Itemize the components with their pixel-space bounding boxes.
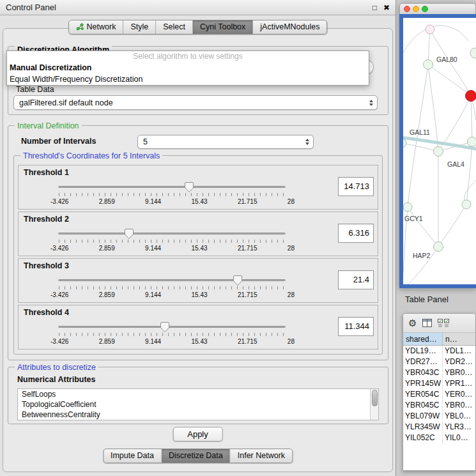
numerical-attributes-label: Numerical Attributes: [17, 375, 95, 384]
cell-shared-name: YIL052C: [403, 433, 443, 444]
cell-name: YBR0…: [443, 401, 475, 411]
network-node[interactable]: [466, 91, 476, 102]
slider-track[interactable]: [58, 186, 286, 188]
network-edge[interactable]: [428, 65, 438, 151]
cell-name: YPR1…: [443, 379, 475, 390]
zoom-traffic-light-icon[interactable]: [422, 6, 428, 12]
network-node[interactable]: [470, 48, 476, 58]
bottom-tab-bar: Impute DataDiscretize DataInfer Network: [103, 449, 293, 463]
tab-cyni-toolbox[interactable]: Cyni Toolbox: [192, 20, 252, 34]
attributes-scrollbar[interactable]: [370, 389, 378, 420]
tab-select[interactable]: Select: [155, 20, 192, 34]
slider-track[interactable]: [58, 279, 286, 281]
threshold-value-field[interactable]: 21.4: [338, 270, 374, 289]
network-edge[interactable]: [408, 207, 438, 247]
network-edge[interactable]: [428, 29, 430, 65]
table-row[interactable]: YPR145WYPR1…: [403, 379, 475, 390]
tab-label: Infer Network: [238, 451, 285, 460]
float-window-icon[interactable]: □: [372, 3, 377, 12]
network-edge[interactable]: [471, 96, 472, 142]
columns-icon[interactable]: [422, 319, 432, 327]
table-row[interactable]: YER054CYER0…: [403, 390, 475, 401]
top-tab-bar: NetworkStyleSelectCyni ToolboxjActiveMNo…: [68, 20, 328, 35]
network-node-gal80[interactable]: [424, 60, 433, 70]
network-node-hap2[interactable]: [434, 242, 443, 252]
slider-ticks: [59, 193, 286, 196]
control-panel-window: Control Panel □ ✖ NetworkStyleSelectCyni…: [0, 0, 396, 476]
algorithm-option-equal-width-frequency-discretization[interactable]: Equal Width/Frequency Discretization: [7, 73, 369, 85]
attribute-item-selfloops[interactable]: SelfLoops: [18, 389, 378, 399]
slider-thumb[interactable]: [124, 228, 134, 240]
cell-name: YBR0…: [443, 368, 475, 379]
column-header-name[interactable]: n…: [443, 333, 475, 345]
network-edge[interactable]: [466, 142, 472, 204]
attribute-item-topologicalcoefficient[interactable]: TopologicalCoefficient: [18, 399, 378, 410]
network-node-gal11[interactable]: [403, 139, 406, 148]
table-row[interactable]: YBR045CYBR0…: [403, 401, 475, 411]
threshold-value-field[interactable]: 14.713: [338, 177, 374, 196]
slider-track[interactable]: [58, 326, 286, 328]
network-edge[interactable]: [403, 143, 438, 151]
network-canvas[interactable]: GAL80GAL11GAL4GCY1HAP2: [403, 18, 476, 284]
number-of-intervals-label: Number of Intervals: [21, 137, 96, 146]
network-node[interactable]: [462, 200, 471, 209]
slider-thumb[interactable]: [233, 275, 243, 286]
network-graph: GAL80GAL11GAL4GCY1HAP2: [403, 18, 476, 284]
cell-name: YBL0…: [443, 411, 475, 422]
tab-jactivemnodules[interactable]: jActiveMNodules: [252, 20, 326, 34]
axis-tick-label: -3.426: [50, 245, 68, 252]
close-traffic-light-icon[interactable]: [404, 6, 410, 12]
cell-shared-name: YDL19…: [403, 346, 443, 357]
window-buttons: □ ✖: [372, 3, 390, 12]
network-node-gcy1[interactable]: [403, 203, 412, 211]
minimize-traffic-light-icon[interactable]: [413, 6, 419, 12]
cell-shared-name: YBR043C: [403, 368, 443, 379]
table-row[interactable]: YIL052CYIL0…: [403, 433, 475, 444]
column-header-shared-name[interactable]: shared…: [403, 333, 443, 345]
number-of-intervals-value: 5: [143, 137, 148, 146]
network-node-gal4[interactable]: [434, 147, 443, 157]
axis-tick-label: 28: [288, 245, 295, 252]
network-edge[interactable]: [428, 65, 471, 96]
slider-scale: -3.4262.8599.14415.4321.71528: [50, 245, 295, 252]
tab-label: Impute Data: [111, 451, 154, 460]
scrollbar-thumb[interactable]: [372, 390, 378, 406]
tab-network[interactable]: Network: [69, 20, 123, 34]
cell-name: YDL1…: [443, 346, 475, 357]
network-node[interactable]: [468, 137, 476, 147]
table-row[interactable]: YDL19…YDL1…: [403, 346, 475, 357]
algorithm-option-manual-discretization[interactable]: Manual Discretization: [7, 62, 369, 73]
network-node[interactable]: [426, 25, 434, 34]
slider-thumb[interactable]: [184, 181, 194, 193]
numerical-attributes-list: SelfLoopsTopologicalCoefficientBetweenne…: [17, 388, 379, 420]
threshold-slider: -3.4262.8599.14415.4321.71528: [58, 229, 286, 254]
axis-tick-label: -3.426: [50, 198, 68, 205]
close-window-icon[interactable]: ✖: [383, 3, 390, 12]
settings-gear-icon[interactable]: ⚙: [408, 318, 417, 328]
network-view-window: GAL80GAL11GAL4GCY1HAP2: [399, 3, 476, 288]
threshold-value-field[interactable]: 11.344: [338, 317, 374, 336]
threshold-panel-threshold-2: Threshold 2-3.4262.8599.14415.4321.71528…: [18, 211, 378, 256]
tab-infer-network[interactable]: Infer Network: [230, 449, 292, 463]
table-row[interactable]: YBL079WYBL0…: [403, 411, 475, 422]
network-edge[interactable]: [403, 26, 468, 75]
slider-thumb[interactable]: [160, 321, 170, 333]
table-row[interactable]: YDR27…YDR2…: [403, 357, 475, 368]
select-columns-icon[interactable]: [438, 319, 449, 327]
table-row[interactable]: YLR345WYLR3…: [403, 422, 475, 433]
apply-button[interactable]: Apply: [173, 427, 223, 441]
table-row[interactable]: YBR043CYBR0…: [403, 368, 475, 379]
number-of-intervals-combo[interactable]: 5: [137, 135, 314, 149]
attribute-item-betweennesscentrality[interactable]: BetweennessCentrality: [18, 410, 378, 420]
thresholds-container: Threshold 1-3.4262.8599.14415.4321.71528…: [14, 156, 382, 354]
slider-track[interactable]: [58, 233, 286, 234]
slider-scale: -3.4262.8599.14415.4321.71528: [50, 198, 295, 205]
tab-impute-data[interactable]: Impute Data: [104, 449, 161, 463]
tab-style[interactable]: Style: [123, 20, 155, 34]
network-edge[interactable]: [438, 204, 466, 247]
threshold-value-field[interactable]: 6.316: [338, 224, 374, 243]
table-data-combo[interactable]: galFiltered.sif default node: [13, 95, 378, 110]
tab-label: Discretize Data: [169, 451, 223, 460]
tab-discretize-data[interactable]: Discretize Data: [161, 449, 230, 463]
slider-scale: -3.4262.8599.14415.4321.71528: [50, 338, 295, 345]
